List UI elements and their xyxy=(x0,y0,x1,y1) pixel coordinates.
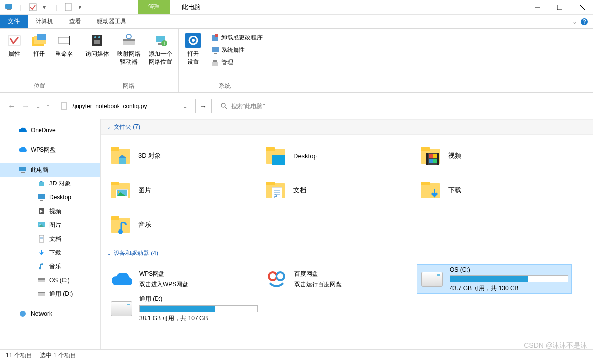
forward-button[interactable]: → xyxy=(22,102,30,110)
ribbon-tabs: 文件 计算机 查看 驱动器工具 ⌄ ? xyxy=(0,15,593,29)
access-media-button[interactable]: 访问媒体 xyxy=(82,31,112,60)
folder-item[interactable]: 视频 xyxy=(417,139,572,173)
this-pc-icon xyxy=(5,3,13,11)
chevron-down-icon: ⌄ xyxy=(107,124,111,130)
dropdown-icon[interactable]: ▾ xyxy=(40,3,48,11)
rename-button[interactable]: 重命名 xyxy=(52,31,76,60)
svg-point-29 xyxy=(192,39,195,42)
uninstall-button[interactable]: 卸载或更改程序 xyxy=(208,33,266,43)
properties-button[interactable]: 属性 xyxy=(3,31,26,60)
folder-icon xyxy=(419,144,442,168)
ribbon: 属性 打开 重命名 位置 访问媒体 映射网络 驱动器 + xyxy=(0,29,593,93)
folder-item[interactable]: 音乐 xyxy=(107,208,262,242)
system-properties-button[interactable]: 系统属性 xyxy=(208,45,266,55)
manage-button[interactable]: 管理 xyxy=(208,57,266,68)
folder-item[interactable]: A文档 xyxy=(262,173,417,208)
folder-icon xyxy=(419,179,442,202)
sidebar-item[interactable]: 文档 xyxy=(14,232,100,246)
maximize-button[interactable] xyxy=(549,0,571,15)
svg-rect-10 xyxy=(8,36,20,45)
manage-tab[interactable]: 管理 xyxy=(138,0,170,14)
open-settings-button[interactable]: 打开 设置 xyxy=(182,31,204,68)
sidebar-item[interactable]: 视频 xyxy=(14,204,100,218)
svg-rect-14 xyxy=(58,37,69,43)
close-button[interactable] xyxy=(571,0,593,15)
sidebar-item[interactable]: 音乐 xyxy=(14,259,100,273)
item-icon xyxy=(38,180,45,187)
folder-item[interactable]: 3D 对象 xyxy=(107,139,262,173)
svg-rect-66 xyxy=(429,154,433,158)
item-icon xyxy=(38,290,45,298)
folder-icon: A xyxy=(264,179,287,202)
dropdown-icon[interactable]: ▾ xyxy=(76,3,84,11)
folder-icon xyxy=(109,179,132,202)
device-baidu[interactable]: 百度网盘双击运行百度网盘 xyxy=(262,264,417,294)
chevron-down-icon[interactable]: ⌄ xyxy=(183,103,188,109)
search-input[interactable]: 搜索"此电脑" xyxy=(216,99,588,113)
quick-access-toolbar: | ▾ | ▾ xyxy=(0,3,89,11)
chevron-down-icon: ⌄ xyxy=(107,251,111,256)
svg-point-37 xyxy=(221,103,225,107)
open-button[interactable]: 打开 xyxy=(28,31,50,60)
add-location-button[interactable]: + 添加一个 网络位置 xyxy=(146,31,175,68)
help-icon[interactable]: ? xyxy=(580,18,588,26)
sidebar-item-this-pc[interactable]: 此电脑 xyxy=(0,163,100,177)
selected-count: 选中 1 个项目 xyxy=(40,351,76,360)
refresh-button[interactable]: → xyxy=(195,99,212,113)
svg-point-59 xyxy=(20,311,26,317)
sidebar-item[interactable]: 下载 xyxy=(14,246,100,259)
sidebar-item-onedrive[interactable]: OneDrive xyxy=(0,123,100,137)
svg-rect-36 xyxy=(61,103,67,109)
address-path: .\jupyter_notebook_config.py xyxy=(71,103,183,109)
sidebar-item[interactable]: OS (C:) xyxy=(14,273,100,287)
map-drive-button[interactable]: 映射网络 驱动器 xyxy=(114,31,144,68)
group-label: 网络 xyxy=(82,81,175,91)
doc-icon[interactable] xyxy=(64,3,72,11)
group-label: 系统 xyxy=(182,81,268,91)
content-pane: ⌄文件夹 (7) 3D 对象Desktop视频图片A文档下载音乐 ⌄设备和驱动器… xyxy=(101,119,593,349)
divider-icon: | xyxy=(17,3,25,11)
section-devices[interactable]: ⌄设备和驱动器 (4) xyxy=(101,246,593,260)
svg-rect-60 xyxy=(119,158,126,164)
device-wps[interactable]: WPS网盘双击进入WPS网盘 xyxy=(107,264,262,294)
svg-rect-44 xyxy=(40,200,43,201)
sidebar-item[interactable]: 通用 (D:) xyxy=(14,287,100,301)
window-title: 此电脑 xyxy=(170,3,201,12)
chevron-down-icon[interactable]: ⌄ xyxy=(572,18,577,25)
up-button[interactable]: ↑ xyxy=(46,102,50,110)
folder-icon xyxy=(109,213,132,237)
device-drive-c[interactable]: OS (C:)43.7 GB 可用，共 130 GB xyxy=(417,264,572,294)
svg-line-38 xyxy=(225,107,227,109)
back-button[interactable]: ← xyxy=(8,102,16,110)
svg-rect-65 xyxy=(437,153,439,165)
ribbon-group-network: 访问媒体 映射网络 驱动器 + 添加一个 网络位置 网络 xyxy=(79,29,179,92)
tab-computer[interactable]: 计算机 xyxy=(28,15,61,28)
folder-item[interactable]: Desktop xyxy=(262,139,417,173)
tab-drive-tools[interactable]: 驱动器工具 xyxy=(89,15,134,28)
address-bar[interactable]: .\jupyter_notebook_config.py ⌄ xyxy=(57,99,191,113)
sidebar-item[interactable]: 3D 对象 xyxy=(14,177,100,190)
tab-view[interactable]: 查看 xyxy=(61,15,89,28)
svg-rect-69 xyxy=(433,159,437,163)
svg-point-48 xyxy=(40,224,41,225)
folder-item[interactable]: 下载 xyxy=(417,173,572,208)
sidebar-item[interactable]: Desktop xyxy=(14,190,100,204)
svg-rect-62 xyxy=(272,155,285,165)
svg-point-22 xyxy=(126,34,131,39)
navigation-pane: OneDrive WPS网盘 此电脑 3D 对象Desktop视频图片文档下载音… xyxy=(0,119,101,349)
folder-item[interactable]: 图片 xyxy=(107,173,262,208)
svg-point-17 xyxy=(94,36,96,38)
ribbon-help[interactable]: ⌄ ? xyxy=(572,15,593,28)
tab-file[interactable]: 文件 xyxy=(0,15,28,28)
sidebar-item-wps[interactable]: WPS网盘 xyxy=(0,143,100,157)
svg-rect-19 xyxy=(94,40,100,44)
svg-text:?: ? xyxy=(583,18,586,25)
section-folders[interactable]: ⌄文件夹 (7) xyxy=(101,119,593,135)
device-drive-d[interactable]: 通用 (D:)38.1 GB 可用，共 107 GB xyxy=(107,294,262,324)
minimize-button[interactable] xyxy=(526,0,549,15)
svg-rect-40 xyxy=(21,172,25,173)
checkbox-checked-icon[interactable] xyxy=(29,3,37,11)
sidebar-item-network[interactable]: Network xyxy=(0,307,100,321)
sidebar-item[interactable]: 图片 xyxy=(14,218,100,232)
recent-dropdown[interactable]: ⌄ xyxy=(36,103,40,109)
